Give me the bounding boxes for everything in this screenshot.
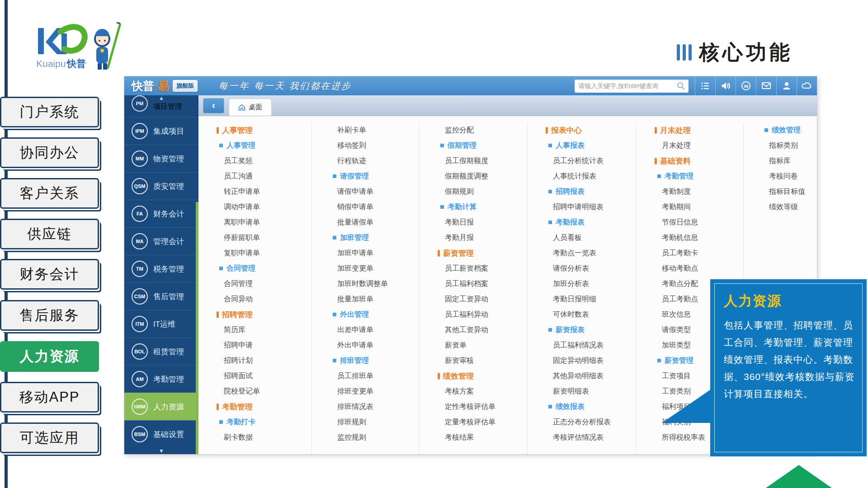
search-input[interactable]: [578, 82, 677, 89]
menu-item[interactable]: 排班变更单: [337, 384, 419, 399]
menu-item[interactable]: 指标类别: [769, 138, 816, 153]
menu-item[interactable]: 员工奖惩: [224, 153, 311, 169]
menu-item[interactable]: 其他工资异动: [445, 322, 527, 338]
menu-subgroup-header[interactable]: 考勤报表: [548, 215, 636, 230]
menu-subgroup-header[interactable]: 假期管理: [440, 138, 527, 153]
global-search[interactable]: [575, 80, 689, 93]
sidebar-item-1[interactable]: 门户系统: [0, 97, 99, 127]
menu-item[interactable]: 定性考核评估单: [445, 399, 527, 414]
menu-item[interactable]: 考核问卷: [769, 169, 816, 184]
menu-item[interactable]: 员工分析统计表: [553, 153, 636, 169]
module-nav-item-bol[interactable]: BOL租赁管理: [124, 338, 198, 365]
menu-subgroup-header[interactable]: 绩效管理: [764, 122, 816, 138]
back-button[interactable]: ‹: [203, 98, 224, 113]
menu-item[interactable]: 绩效等级: [769, 199, 816, 215]
menu-item[interactable]: 员工排班单: [337, 368, 419, 384]
module-nav-item-am[interactable]: AM考勤管理: [124, 365, 198, 393]
menu-subgroup-header[interactable]: 考勤打卡: [219, 414, 311, 430]
menu-item[interactable]: 薪资明细表: [553, 384, 636, 399]
menu-item[interactable]: 加班时数调整单: [337, 276, 419, 291]
module-nav-partial-item[interactable]: ▲ PM 项目管理: [124, 95, 198, 117]
menu-item[interactable]: 批量请假单: [337, 215, 419, 230]
menu-item[interactable]: 离职申请单: [224, 215, 311, 230]
menu-item[interactable]: 考勤制度: [662, 184, 743, 199]
menu-item[interactable]: 假期规则: [445, 184, 527, 199]
module-nav-item-tm[interactable]: TM税务管理: [124, 255, 198, 282]
menu-item[interactable]: 考勤机信息: [662, 230, 743, 245]
menu-item[interactable]: 薪资单: [445, 338, 527, 353]
sidebar-item-2[interactable]: 协同办公: [0, 137, 99, 168]
menu-item[interactable]: 加班分析表: [553, 276, 636, 291]
menu-item[interactable]: 其他异动明细表: [553, 368, 636, 384]
menu-subgroup-header[interactable]: 考勤计算: [440, 199, 527, 215]
menu-item[interactable]: 员工假期额度: [445, 153, 527, 169]
menu-item[interactable]: 节假日信息: [662, 215, 743, 230]
search-icon[interactable]: [677, 82, 685, 90]
menu-item[interactable]: 员工福利异动: [445, 307, 527, 322]
menu-item[interactable]: 移动签到: [337, 138, 419, 153]
menu-item[interactable]: 加班变更单: [337, 261, 419, 276]
sidebar-item-5[interactable]: 财务会计: [0, 259, 99, 290]
menu-item[interactable]: 加班申请单: [337, 245, 419, 261]
menu-item[interactable]: 正态分布分析报表: [553, 414, 636, 430]
menu-item[interactable]: 员工薪资档案: [445, 261, 527, 276]
menu-item[interactable]: 指标库: [769, 153, 816, 169]
menu-group-header[interactable]: 考勤管理: [217, 399, 311, 414]
menu-item[interactable]: 停薪留职单: [224, 230, 311, 245]
module-nav-item-mm[interactable]: MM物资管理: [124, 145, 198, 172]
menu-subgroup-header[interactable]: 外出管理: [333, 307, 419, 322]
menu-subgroup-header[interactable]: 加班管理: [333, 230, 419, 245]
menu-group-header[interactable]: 月末处理: [655, 122, 743, 138]
module-nav-item-itm[interactable]: ITMIT运维: [124, 310, 198, 338]
menu-item[interactable]: 排班规则: [337, 414, 419, 430]
menu-group-header[interactable]: 招聘管理: [217, 307, 311, 322]
mail-icon[interactable]: [756, 76, 776, 95]
menu-item[interactable]: 员工福利情况表: [553, 338, 636, 353]
menu-item[interactable]: 薪资审核: [445, 353, 527, 368]
menu-item[interactable]: 固定异动明细表: [553, 353, 636, 368]
menu-item[interactable]: 简历库: [224, 322, 311, 338]
cloud-icon[interactable]: [797, 76, 817, 95]
sidebar-item-3[interactable]: 客户关系: [0, 178, 99, 209]
menu-item[interactable]: 人员看板: [553, 230, 636, 245]
menu-item[interactable]: 请假分析表: [553, 261, 636, 276]
menu-subgroup-header[interactable]: 人事管理: [219, 138, 311, 153]
menu-item[interactable]: 招聘计划: [224, 353, 311, 368]
menu-item[interactable]: 员工沟通: [224, 169, 311, 184]
menu-item[interactable]: 指标目标值: [769, 184, 816, 199]
menu-item[interactable]: 考勤期间: [662, 199, 743, 215]
menu-item[interactable]: 考勤月报: [445, 230, 527, 245]
menu-group-header[interactable]: 基础资料: [655, 153, 743, 169]
menu-item[interactable]: 转正申请单: [224, 184, 311, 199]
menu-item[interactable]: 固定工资异动: [445, 291, 527, 307]
menu-item[interactable]: 考勤点一览表: [553, 245, 636, 261]
module-nav-item-fa[interactable]: FA财务会计: [124, 200, 198, 227]
menu-item[interactable]: 出差申请单: [337, 322, 419, 338]
tab-desktop[interactable]: 桌面: [229, 99, 272, 116]
list-icon[interactable]: [695, 76, 715, 95]
menu-item[interactable]: 可休时数表: [553, 307, 636, 322]
speaker-icon[interactable]: [715, 76, 736, 95]
menu-item[interactable]: 请假申请单: [337, 184, 419, 199]
menu-subgroup-header[interactable]: 请假管理: [333, 169, 419, 184]
menu-item[interactable]: 人事统计报表: [553, 169, 636, 184]
menu-subgroup-header[interactable]: 排班管理: [333, 353, 419, 368]
sidebar-item-9[interactable]: 可选应用: [0, 422, 99, 453]
menu-subgroup-header[interactable]: 绩效报表: [548, 399, 636, 414]
menu-item[interactable]: 员工福利档案: [445, 276, 527, 291]
menu-item[interactable]: 招聘申请明细表: [553, 199, 636, 215]
menu-item[interactable]: 考核方案: [445, 384, 527, 399]
menu-item[interactable]: 监控规则: [337, 430, 419, 445]
menu-item[interactable]: 假期额度调整: [445, 169, 527, 184]
module-nav-item-csm[interactable]: CSM售后管理: [124, 282, 198, 310]
menu-item[interactable]: 员工考勤卡: [662, 245, 743, 261]
menu-item[interactable]: 外出申请单: [337, 338, 419, 353]
sidebar-item-4[interactable]: 供应链: [0, 219, 99, 249]
module-nav-item-ma[interactable]: MA管理会计: [124, 227, 198, 255]
module-nav-item-qsm[interactable]: QSM质安管理: [124, 172, 198, 200]
menu-item[interactable]: 刷卡数据: [224, 430, 311, 445]
sidebar-item-8[interactable]: 移动APP: [0, 382, 99, 413]
menu-group-header[interactable]: 薪资管理: [438, 245, 527, 261]
user-icon[interactable]: [776, 76, 797, 95]
menu-item[interactable]: 排班情况表: [337, 399, 419, 414]
